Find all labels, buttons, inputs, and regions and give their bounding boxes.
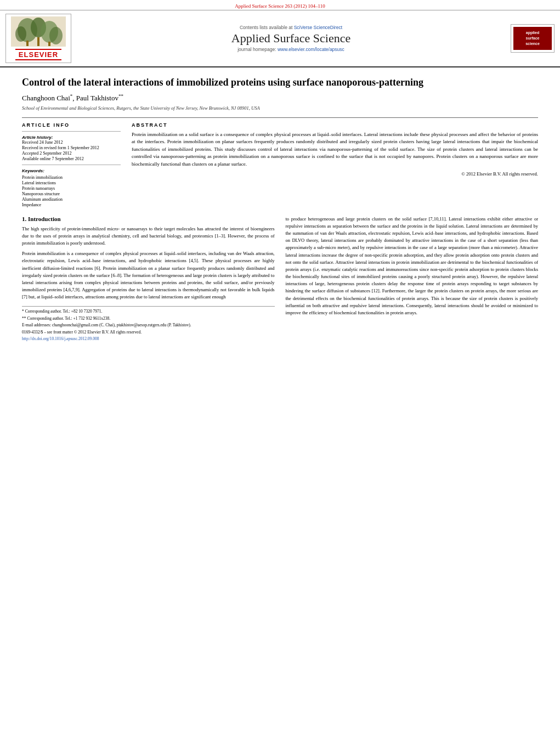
copyright-line: © 2012 Elsevier B.V. All rights reserved… [132,171,538,177]
authors: Changhoon Chai*, Paul Takhistov** [22,93,538,103]
keyword-1: Protein immobilization [22,175,121,180]
sciverse-line: Contents lists available at SciVerse Sci… [77,25,505,30]
article-info-column: ARTICLE INFO Article history: Received 2… [22,122,121,208]
body-col-left: 1. Introduction The high specificity of … [22,216,275,343]
author-2: Paul Takhistov [76,94,118,103]
elsevier-header-band: ELSEVIER Contents lists available at Sci… [0,10,560,67]
author-2-sup: ** [118,93,123,99]
journal-title: Applied Surface Science [77,31,505,46]
keyword-2: Lateral interactions [22,180,121,185]
homepage-link[interactable]: www.elsevier.com/locate/apsusc [278,47,344,52]
author-1-sup: * [70,93,73,99]
article-info-abstract-section: ARTICLE INFO Article history: Received 2… [22,117,538,208]
received-revised-date: Received in revised form 1 September 201… [22,145,121,150]
svg-point-7 [15,26,26,42]
abstract-heading: ABSTRACT [132,122,538,128]
journal-info-center: Contents lists available at SciVerse Sci… [77,25,505,52]
article-info-heading: ARTICLE INFO [22,122,121,128]
keyword-6: Impedance [22,202,121,207]
abstract-text: Protein immobilization on a solid surfac… [132,131,538,168]
received-date: Received 24 June 2012 [22,140,121,145]
section1-title: 1. Introduction [22,216,275,222]
journal-logo-inner: appliedsurfacescience [513,27,552,49]
svg-rect-5 [37,37,39,46]
footnote-emails: E-mail addresses: changhoonchai@gmail.co… [22,323,275,329]
journal-logo-box: appliedsurfacescience [511,24,555,52]
author-1: Changhoon Chai [22,94,70,103]
footnote-2: ** Corresponding author. Tel.: +1 732 93… [22,316,275,322]
elsevier-logo-box: ELSEVIER [5,14,71,63]
homepage-line: journal homepage: www.elsevier.com/locat… [77,47,505,52]
svg-rect-6 [48,42,50,46]
svg-rect-4 [26,41,29,46]
page: Applied Surface Science 263 (2012) 104–1… [0,0,560,741]
section1-heading: Introduction [28,216,61,222]
abstract-column: ABSTRACT Protein immobilization on a sol… [132,122,538,208]
footnote-issn: 0169-4332/$ – see front matter © 2012 El… [22,330,275,336]
doi-link[interactable]: http://dx.doi.org/10.1016/j.apsusc.2012.… [22,336,99,341]
elsevier-tree-image [11,16,66,47]
body-col-right: to produce heterogeneous and large prote… [286,216,539,343]
available-date: Available online 7 September 2012 [22,156,121,161]
footnote-doi: http://dx.doi.org/10.1016/j.apsusc.2012.… [22,336,275,342]
keyword-5: Aluminum anodization [22,197,121,202]
keyword-3: Protein nanoarrays [22,186,121,191]
divider-2 [22,165,121,165]
affiliation: School of Environmental and Biological S… [22,105,538,111]
intro-para-1: The high specificity of protein-immobili… [22,225,275,247]
main-content: Control of the lateral interactions of i… [0,67,560,352]
email-label: E-mail addresses: [22,323,51,327]
sciverse-link[interactable]: SciVerse ScienceDirect [294,25,342,30]
journal-citation: Applied Surface Science 263 (2012) 104–1… [235,3,325,9]
intro-para-2: Protein immobilization is a consequence … [22,250,275,301]
footnote-1: * Corresponding author. Tel.: +82 10 732… [22,309,275,315]
section1-number: 1. [22,216,26,222]
article-title: Control of the lateral interactions of i… [22,76,538,89]
intro-para-right: to produce heterogeneous and large prote… [286,216,539,316]
divider-1 [22,131,121,132]
journal-citation-bar: Applied Surface Science 263 (2012) 104–1… [0,0,560,10]
footnotes: * Corresponding author. Tel.: +82 10 732… [22,306,275,342]
accepted-date: Accepted 2 September 2012 [22,151,121,156]
keywords-label: Keywords: [22,168,121,173]
elsevier-wordmark: ELSEVIER [15,49,61,60]
history-label: Article history: [22,135,121,140]
email-addresses: changhoonchai@gmail.com (C. Chai), ptakh… [52,323,191,327]
keyword-4: Nanoporous structure [22,191,121,196]
body-two-col: 1. Introduction The high specificity of … [22,216,538,343]
svg-point-8 [49,27,63,44]
